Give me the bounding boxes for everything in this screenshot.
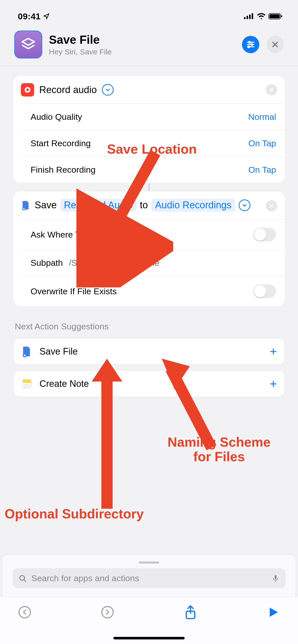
save-file-action-card: Save Recorded Audio to Audio Recordings … [13,192,285,306]
expand-toggle[interactable] [102,84,114,96]
svg-point-8 [249,41,250,43]
search-icon [19,574,27,582]
subpath-label: Subpath [31,258,63,268]
chevron-down-icon [105,87,111,93]
annotation-naming-scheme: Naming Scheme for Files [152,435,287,464]
close-icon [269,87,274,92]
record-audio-action-card: Record audio Audio Quality Normal Start … [13,76,285,183]
drag-handle[interactable] [139,561,159,564]
audio-quality-value: Normal [248,112,276,122]
svg-line-28 [24,579,26,581]
svg-rect-0 [244,17,246,19]
home-indicator[interactable] [113,637,185,639]
page-header: Save File Hey Siri, Save File [0,28,298,66]
expand-toggle[interactable] [239,199,250,211]
redo-button[interactable] [100,605,115,620]
start-recording-label: Start Recording [31,138,91,148]
overwrite-toggle[interactable] [253,284,276,298]
search-placeholder: Search for apps and actions [31,573,267,583]
siri-phrase: Hey Siri, Save File [49,48,242,56]
mic-icon[interactable] [272,574,279,583]
page-title: Save File [49,33,242,47]
suggestion-label: Save File [39,346,78,357]
svg-rect-29 [275,575,277,579]
location-icon [43,13,50,20]
svg-point-31 [19,607,31,618]
delete-action-button[interactable] [266,84,277,95]
save-file-header[interactable]: Save Recorded Audio to Audio Recordings [13,192,285,219]
redo-icon [101,605,114,619]
share-button[interactable] [183,605,198,620]
close-icon [271,41,279,48]
shortcut-app-icon[interactable] [14,31,42,58]
overwrite-row: Overwrite If File Exists [22,276,285,306]
cellular-icon [244,13,254,20]
finish-recording-row[interactable]: Finish Recording On Tap [22,156,285,183]
wifi-icon [257,13,266,20]
status-bar: 09:41 [0,0,298,28]
finish-recording-value: On Tap [248,165,276,175]
start-recording-value: On Tap [248,138,276,148]
annotation-optional-subdirectory: Optional Subdirectory [5,507,144,521]
suggestion-create-note[interactable]: Create Note + [13,370,285,397]
overwrite-label: Overwrite If File Exists [31,286,117,296]
audio-quality-row[interactable]: Audio Quality Normal [22,104,285,130]
delete-action-button[interactable] [266,200,277,211]
ask-where-toggle[interactable] [253,228,276,241]
svg-point-16 [26,89,29,91]
save-word: Save [35,200,57,211]
play-icon [267,606,279,618]
add-icon: + [270,344,277,358]
svg-rect-6 [281,15,282,17]
status-time: 09:41 [18,11,40,21]
svg-rect-1 [247,16,248,19]
subpath-value: /Subdirectory/FileName [69,258,159,268]
record-audio-title: Record audio [39,84,97,95]
run-button[interactable] [266,605,281,620]
to-word: to [140,200,148,211]
ask-where-label: Ask Where To Save [31,230,106,240]
chevron-down-icon [242,202,247,208]
search-input[interactable]: Search for apps and actions [12,568,286,588]
subpath-row[interactable]: Subpath /Subdirectory/FileName [22,250,285,276]
finish-recording-label: Finish Recording [31,165,96,175]
svg-rect-24 [23,379,32,383]
file-icon [21,200,31,210]
share-icon [184,605,197,620]
undo-icon [18,605,32,619]
undo-button[interactable] [17,605,32,620]
settings-button[interactable] [242,36,259,53]
save-destination-pill[interactable]: Audio Recordings [152,199,235,212]
ask-where-to-save-row: Ask Where To Save [22,219,285,250]
close-button[interactable] [266,36,284,53]
search-panel: Search for apps and actions [2,554,296,597]
audio-quality-label: Audio Quality [31,112,82,122]
svg-rect-2 [249,14,251,19]
svg-point-12 [248,46,250,48]
action-connector [148,183,150,191]
suggestion-label: Create Note [39,378,89,389]
svg-rect-3 [252,13,253,19]
record-icon [21,83,34,96]
svg-rect-5 [269,14,280,18]
add-icon: + [270,377,277,391]
record-audio-header[interactable]: Record audio [13,76,285,104]
suggestions-title: Next Action Suggestions [15,321,283,331]
actions-content: Record audio Audio Quality Normal Start … [0,66,298,397]
file-icon [21,346,33,357]
start-recording-row[interactable]: Start Recording On Tap [22,130,285,156]
svg-point-10 [251,43,253,45]
notes-icon [21,378,33,390]
suggestion-save-file[interactable]: Save File + [13,338,285,365]
save-input-pill[interactable]: Recorded Audio [60,199,136,212]
sliders-icon [246,40,255,49]
svg-point-32 [102,607,113,618]
battery-icon [268,13,283,20]
close-icon [269,203,274,208]
